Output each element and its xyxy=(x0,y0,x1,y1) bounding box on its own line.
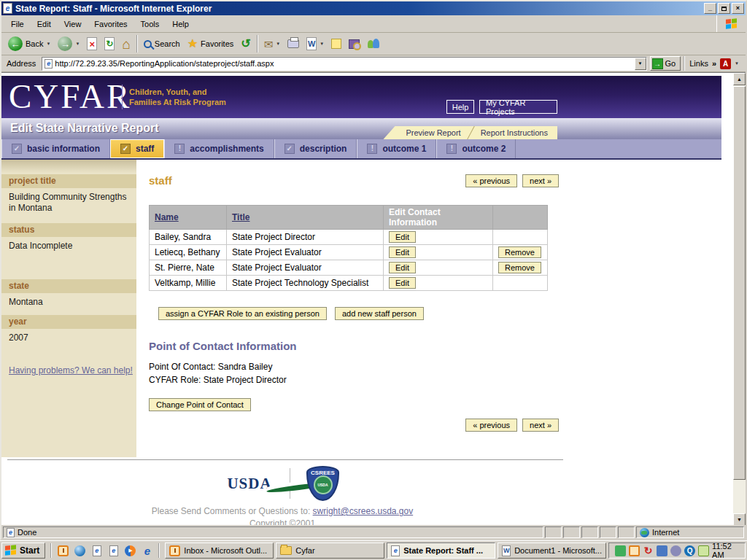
assign-role-button[interactable]: assign a CYFAR Role to an existing perso… xyxy=(158,307,327,320)
edit-dropdown-icon[interactable]: ▼ xyxy=(320,42,324,46)
ql-msn-explorer-icon[interactable] xyxy=(74,545,86,557)
address-input[interactable] xyxy=(55,59,632,68)
go-arrow-icon: → xyxy=(652,58,663,69)
edit-button[interactable]: Edit xyxy=(389,231,416,243)
ql-internet-explorer-icon[interactable]: e xyxy=(141,545,153,557)
display-settings-icon[interactable] xyxy=(698,545,709,556)
refresh-icon: ↻ xyxy=(104,37,115,50)
edit-contact-header: Edit Contact Information xyxy=(389,207,441,228)
remove-button[interactable]: Remove xyxy=(498,262,541,273)
previous-button-top[interactable]: « previous xyxy=(465,174,517,187)
links-bar[interactable]: Links » A ▼ xyxy=(684,56,743,71)
messenger-icon xyxy=(367,38,380,50)
sync-icon[interactable]: ↻ xyxy=(643,545,654,556)
menu-bar: File Edit View Favorites Tools Help xyxy=(1,15,746,33)
help-button[interactable]: Help xyxy=(446,100,474,114)
my-cyfar-projects-button[interactable]: My CYFAR Projects xyxy=(479,100,557,114)
menu-favorites[interactable]: Favorites xyxy=(88,18,133,31)
vertical-scrollbar[interactable]: ▲ ▼ xyxy=(733,73,746,525)
menu-tools[interactable]: Tools xyxy=(134,18,166,31)
adobe-icon[interactable]: A xyxy=(720,58,731,69)
mail-dropdown-icon[interactable]: ▼ xyxy=(276,42,280,46)
adobe-dropdown-icon[interactable]: ▼ xyxy=(735,61,739,66)
scroll-up-button[interactable]: ▲ xyxy=(733,73,746,85)
address-dropdown-button[interactable]: ▼ xyxy=(635,58,646,70)
back-button[interactable]: ← Back ▼ xyxy=(4,35,54,52)
menu-view[interactable]: View xyxy=(58,18,88,31)
home-button[interactable]: ⌂ xyxy=(118,36,133,52)
ql-ie-document-icon[interactable]: e xyxy=(107,545,120,557)
forward-button[interactable]: → ▼ xyxy=(54,35,83,52)
links-chevron-icon[interactable]: » xyxy=(712,59,716,68)
search-button[interactable]: Search xyxy=(140,38,184,50)
comments-email-link[interactable]: swright@csrees.usda.gov xyxy=(313,506,414,516)
restore-button[interactable] xyxy=(718,3,730,14)
status-text: Done xyxy=(18,528,36,537)
ql-outlook-icon[interactable] xyxy=(57,545,69,557)
refresh-button[interactable]: ↻ xyxy=(101,36,118,52)
windows-flag-icon xyxy=(726,18,738,30)
remove-button[interactable]: Remove xyxy=(498,246,541,258)
preview-report-tab[interactable]: Preview Report xyxy=(396,128,470,137)
add-staff-button[interactable]: add new staff person xyxy=(335,307,424,320)
next-button-bottom[interactable]: next » xyxy=(522,419,559,432)
copyright-text: Copyright ©2001 xyxy=(1,518,563,525)
help-link[interactable]: Having problems? We can help! xyxy=(9,365,133,376)
tab-description[interactable]: ✓ description xyxy=(274,139,357,158)
tab-label: outcome 1 xyxy=(382,144,426,154)
forward-dropdown-icon[interactable]: ▼ xyxy=(75,42,80,46)
cyfar-banner: CYFAR Children, Youth, and Families At R… xyxy=(1,76,721,118)
edit-with-word-button[interactable]: W ▼ xyxy=(303,36,328,52)
ql-media-player-icon[interactable]: ▶ xyxy=(124,545,136,557)
staff-name: Veltkamp, Millie xyxy=(150,276,227,291)
edit-button[interactable]: Edit xyxy=(389,277,416,289)
back-dropdown-icon[interactable]: ▼ xyxy=(46,42,50,46)
banner-divider xyxy=(122,85,123,109)
previous-button-bottom[interactable]: « previous xyxy=(465,419,517,432)
change-poc-button[interactable]: Change Point of Contact xyxy=(149,398,251,411)
scrollbar-thumb[interactable] xyxy=(733,86,746,480)
menu-edit[interactable]: Edit xyxy=(31,18,58,31)
mail-button[interactable]: ✉ ▼ xyxy=(260,37,285,51)
address-combo: e ▼ xyxy=(42,57,646,71)
sort-by-title-link[interactable]: Title xyxy=(232,212,249,222)
quicktime-icon[interactable]: Q xyxy=(684,545,695,556)
volume-icon[interactable] xyxy=(670,545,681,556)
tab-accomplishments[interactable]: ! accomplishments xyxy=(164,139,274,158)
research-button[interactable] xyxy=(345,38,363,50)
favorites-button[interactable]: ★ Favorites xyxy=(184,36,238,51)
start-button[interactable]: Start xyxy=(1,542,45,559)
task-button-cyfar-folder[interactable]: Cyfar xyxy=(276,542,384,559)
history-button[interactable]: ↺ xyxy=(237,36,254,51)
standard-toolbar: ← Back ▼ → ▼ × ↻ ⌂ Search ★ Favorites ↺ xyxy=(1,33,746,55)
ql-ie-document-icon[interactable]: e xyxy=(90,545,103,557)
tab-outcome-2[interactable]: ! outcome 2 xyxy=(436,139,516,158)
stop-button[interactable]: × xyxy=(83,36,101,52)
scroll-down-button[interactable]: ▼ xyxy=(733,513,746,525)
status-bar: e Done Internet xyxy=(1,525,746,540)
messenger-button[interactable] xyxy=(363,36,384,51)
close-button[interactable]: × xyxy=(732,3,744,14)
network-icon[interactable] xyxy=(657,545,667,556)
minimize-button[interactable]: _ xyxy=(704,3,716,14)
tab-outcome-1[interactable]: ! outcome 1 xyxy=(357,139,436,158)
tab-staff[interactable]: ✓ staff xyxy=(110,139,164,158)
task-button-outlook[interactable]: Inbox - Microsoft Outl... xyxy=(165,542,274,559)
sort-by-name-link[interactable]: Name xyxy=(155,212,179,222)
print-button[interactable] xyxy=(284,38,303,50)
report-instructions-tab[interactable]: Report Instructions xyxy=(471,128,557,137)
menu-help[interactable]: Help xyxy=(166,18,196,31)
menu-file[interactable]: File xyxy=(4,18,31,31)
discuss-button[interactable] xyxy=(328,37,345,50)
mail-icon: ✉ xyxy=(264,39,274,50)
edit-button[interactable]: Edit xyxy=(389,262,416,273)
task-button-word-document[interactable]: W Document1 - Microsoft... xyxy=(498,542,606,559)
go-button[interactable]: → Go xyxy=(650,56,681,71)
staff-name: Bailey, Sandra xyxy=(150,230,227,245)
reminder-clock-icon[interactable] xyxy=(629,545,640,556)
task-button-state-report[interactable]: e State Report: Staff ... xyxy=(387,542,495,559)
safely-remove-icon[interactable] xyxy=(615,545,626,556)
tab-basic-information[interactable]: ✓ basic information xyxy=(1,139,110,158)
next-button-top[interactable]: next » xyxy=(522,174,559,187)
edit-button[interactable]: Edit xyxy=(389,246,416,258)
